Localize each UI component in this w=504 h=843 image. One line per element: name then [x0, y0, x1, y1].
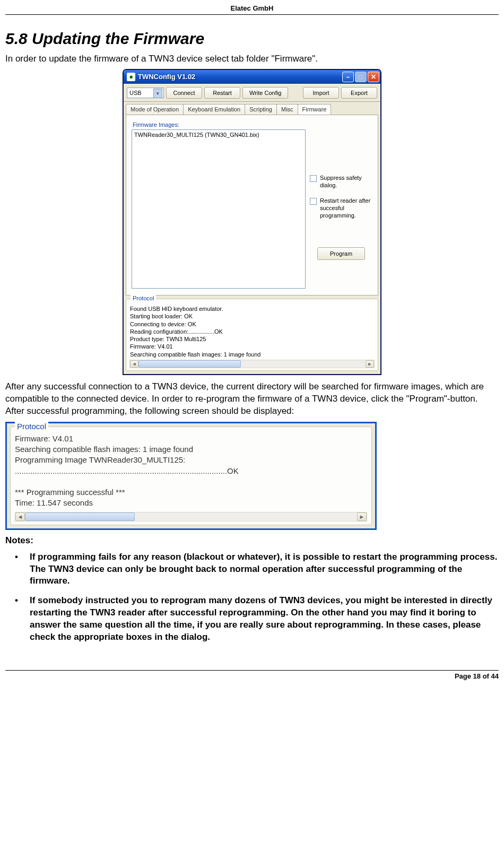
note-item-2: If somebody instructed you to reprogram … [30, 595, 499, 644]
protocol-result-label: Protocol [15, 422, 48, 431]
scroll-right-icon[interactable]: ► [357, 512, 367, 521]
section-number: 5.8 [5, 30, 28, 47]
maximize-button: □ [355, 72, 367, 82]
restart-after-label: Restart reader after succesful programmi… [320, 197, 372, 219]
firmware-image-item[interactable]: TWNReader30_MULTI125 (TWN30_GN401.bix) [134, 132, 303, 138]
scroll-thumb[interactable] [25, 512, 135, 521]
minimize-button[interactable]: – [342, 72, 354, 82]
section-heading: Updating the Firmware [32, 30, 204, 47]
window-title: TWNConfig V1.02 [138, 73, 342, 81]
suppress-dialog-label: Suppress safety dialog. [320, 175, 372, 189]
protocol-result-frame: Protocol Firmware: V4.01 Searching compa… [5, 422, 377, 530]
toolbar: USB Connect Restart Write Config Import … [124, 84, 380, 102]
export-button[interactable]: Export [341, 87, 377, 99]
notes-heading: Notes: [5, 535, 499, 546]
connection-select-value: USB [129, 90, 142, 96]
firmware-images-listbox[interactable]: TWNReader30_MULTI125 (TWN30_GN401.bix) [132, 129, 306, 289]
firmware-tab-body: Firmware Images: TWNReader30_MULTI125 (T… [126, 115, 378, 296]
scroll-left-icon[interactable]: ◄ [130, 360, 138, 368]
scroll-thumb[interactable] [138, 360, 241, 368]
tab-firmware[interactable]: Firmware [298, 104, 332, 115]
restart-button[interactable]: Restart [204, 87, 240, 99]
protocol-textarea[interactable]: Found USB HID keyboard emulator. Startin… [129, 305, 375, 359]
close-button[interactable]: ✕ [368, 72, 379, 82]
titlebar[interactable]: ■ TWNConfig V1.02 – □ ✕ [124, 70, 380, 84]
protocol-result-text: Firmware: V4.01 Searching compatible fla… [15, 433, 367, 509]
tab-keyboard-emulation[interactable]: Keyboard Emulation [183, 104, 245, 115]
twnconfig-window: ■ TWNConfig V1.02 – □ ✕ USB Connect Rest… [123, 69, 381, 375]
tab-scripting[interactable]: Scripting [245, 104, 277, 115]
protocol-label: Protocol [131, 295, 156, 301]
tab-misc[interactable]: Misc [276, 104, 298, 115]
protocol-hscrollbar[interactable]: ◄ ► [129, 360, 375, 368]
suppress-dialog-checkbox[interactable] [310, 175, 317, 182]
restart-after-checkbox[interactable] [310, 198, 317, 205]
import-button[interactable]: Import [303, 87, 339, 99]
intro-paragraph: In order to update the firmware of a TWN… [5, 53, 499, 65]
connect-button[interactable]: Connect [166, 87, 202, 99]
protocol-result-hscrollbar[interactable]: ◄ ► [15, 512, 367, 522]
page-number: Page 18 of 44 [5, 671, 499, 685]
scroll-right-icon[interactable]: ► [366, 360, 374, 368]
tabstrip: Mode of Operation Keyboard Emulation Scr… [124, 102, 380, 115]
section-title: 5.8 Updating the Firmware [5, 30, 499, 48]
program-button[interactable]: Program [317, 247, 365, 260]
tab-mode-of-operation[interactable]: Mode of Operation [126, 104, 184, 115]
write-config-button[interactable]: Write Config [242, 87, 288, 99]
page-header-company: Elatec GmbH [5, 0, 499, 14]
scroll-left-icon[interactable]: ◄ [15, 512, 25, 521]
connection-select[interactable]: USB [127, 88, 164, 98]
protocol-groupbox: Protocol Found USB HID keyboard emulator… [126, 299, 378, 371]
note-item-1: If programming fails for any reason (bla… [30, 551, 499, 588]
paragraph-after-screenshot: After any successful connection to a TWN… [5, 381, 499, 418]
firmware-images-label: Firmware Images: [133, 121, 306, 128]
app-icon: ■ [127, 73, 135, 81]
divider-top [5, 14, 499, 15]
